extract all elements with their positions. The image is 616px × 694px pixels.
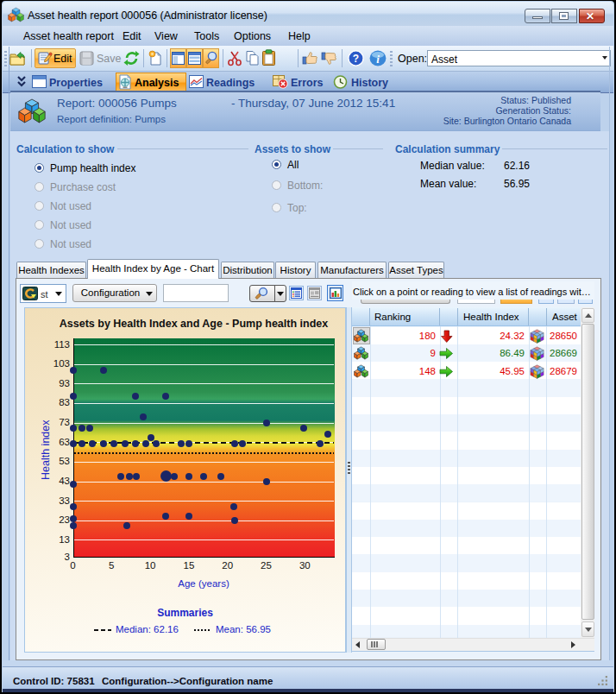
svg-text:?: ? (353, 53, 359, 65)
svg-text:i: i (376, 53, 380, 66)
